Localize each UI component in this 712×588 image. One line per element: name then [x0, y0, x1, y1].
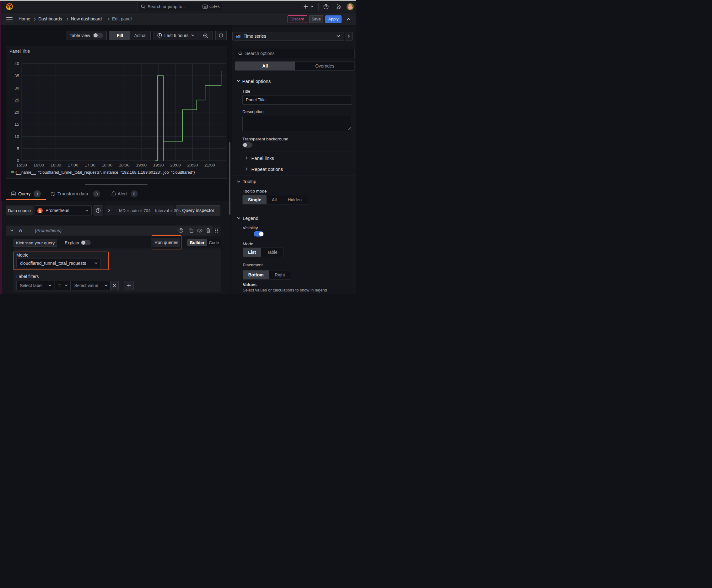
svg-text:20: 20 — [14, 110, 19, 114]
svg-text:17:00: 17:00 — [67, 163, 78, 167]
svg-text:19:30: 19:30 — [153, 163, 164, 167]
svg-text:16:00: 16:00 — [33, 163, 44, 167]
svg-text:18:00: 18:00 — [102, 163, 112, 167]
svg-text:40: 40 — [14, 61, 19, 66]
svg-text:19:00: 19:00 — [136, 163, 147, 167]
svg-text:10: 10 — [14, 134, 19, 139]
svg-text:20:30: 20:30 — [187, 163, 198, 167]
svg-text:35: 35 — [14, 74, 19, 78]
svg-text:5: 5 — [17, 146, 19, 151]
svg-text:17:30: 17:30 — [84, 163, 95, 167]
svg-text:20:00: 20:00 — [170, 163, 181, 167]
svg-text:25: 25 — [14, 98, 19, 102]
svg-text:18:30: 18:30 — [118, 163, 129, 167]
svg-text:15: 15 — [14, 122, 19, 127]
svg-text:{__name__="cloudflared_tunnel_: {__name__="cloudflared_tunnel_total_requ… — [15, 170, 195, 175]
svg-text:16:30: 16:30 — [50, 163, 61, 167]
svg-text:21:00: 21:00 — [204, 163, 215, 167]
svg-text:15:30: 15:30 — [16, 163, 27, 167]
svg-text:30: 30 — [14, 86, 19, 90]
